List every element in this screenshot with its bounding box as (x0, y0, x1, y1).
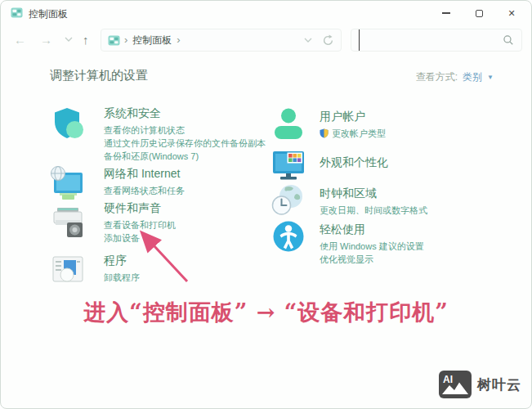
watermark-logo-icon: AI (439, 371, 472, 398)
category-clock-region: 时钟和区域 更改日期、时间或数字格式 (270, 186, 507, 218)
category-network-internet: 网络和 Internet 查看网络状态和任务 (50, 166, 292, 202)
category-title[interactable]: 外观和个性化 (320, 155, 507, 169)
printer-icon[interactable] (50, 204, 86, 240)
user-icon[interactable] (270, 106, 306, 142)
category-user-accounts: 用户帐户 更改帐户类型 (270, 109, 507, 142)
close-button[interactable]: ✕ (495, 1, 528, 25)
network-icon[interactable] (50, 166, 86, 202)
ease-of-access-icon[interactable] (270, 218, 306, 254)
category-link[interactable]: 卸载程序 (104, 271, 292, 284)
view-by-caret-icon[interactable]: ▼ (487, 74, 494, 81)
close-icon: ✕ (507, 8, 515, 19)
view-by-control[interactable]: 查看方式: 类别 ▼ (416, 70, 494, 84)
control-panel-window: 控制面板 ✕ ← → ↑ › 控制面板 › (0, 0, 532, 409)
address-dropdown-icon[interactable] (304, 38, 312, 43)
toolbar: ← → ↑ › 控制面板 › (1, 25, 531, 55)
breadcrumb-chevron-icon[interactable]: › (177, 34, 180, 46)
category-ease-of-access: 轻松使用 使用 Windows 建议的设置 优化视觉显示 (270, 222, 507, 266)
watermark: AI 树叶云 (439, 371, 521, 398)
category-title[interactable]: 硬件和声音 (104, 200, 292, 215)
search-icon (503, 34, 514, 46)
control-panel-icon (108, 34, 120, 47)
minimize-icon (442, 12, 450, 14)
programs-icon[interactable] (50, 251, 86, 287)
watermark-brand: 树叶云 (477, 375, 521, 394)
category-appearance-personalization: 外观和个性化 (270, 146, 507, 182)
search-box[interactable] (351, 29, 522, 52)
forward-button[interactable]: → (40, 33, 52, 47)
category-link-label: 更改帐户类型 (332, 127, 386, 140)
category-link[interactable]: 查看网络状态和任务 (104, 184, 292, 197)
category-link[interactable]: 优化视觉显示 (320, 253, 507, 266)
back-button[interactable]: ← (14, 33, 26, 47)
window-title: 控制面板 (29, 7, 68, 21)
up-button[interactable]: ↑ (83, 33, 89, 47)
category-link-devices-printers[interactable]: 查看设备和打印机 (104, 218, 292, 231)
category-title[interactable]: 网络和 Internet (104, 166, 292, 181)
search-input[interactable] (359, 29, 503, 51)
breadcrumb-chevron-icon: › (124, 34, 127, 46)
control-panel-icon (11, 7, 23, 19)
uac-shield-icon (320, 128, 329, 138)
category-system-security: 系统和安全 查看你的计算机状态 通过文件历史记录保存你的文件备份副本 备份和还原… (50, 106, 292, 163)
category-link[interactable]: 备份和还原(Windows 7) (104, 150, 292, 163)
category-link[interactable]: 添加设备 (104, 231, 292, 245)
category-programs: 程序 卸载程序 (50, 253, 292, 287)
category-hardware-sound: 硬件和声音 查看设备和打印机 添加设备 (50, 200, 292, 245)
category-title[interactable]: 轻松使用 (320, 222, 507, 236)
shield-icon[interactable] (50, 106, 86, 142)
refresh-icon[interactable] (322, 34, 334, 47)
titlebar: 控制面板 ✕ (1, 1, 531, 25)
category-link[interactable]: 使用 Windows 建议的设置 (320, 240, 507, 253)
watermark-logo-text: AI (443, 374, 453, 385)
category-title[interactable]: 用户帐户 (320, 109, 507, 124)
breadcrumb-item[interactable]: 控制面板 (132, 34, 172, 47)
view-by-label: 查看方式: (416, 70, 458, 84)
clock-icon[interactable] (270, 182, 306, 218)
view-by-value[interactable]: 类别 (463, 70, 482, 84)
page-title: 调整计算机的设置 (50, 68, 148, 83)
category-title[interactable]: 时钟和区域 (320, 186, 507, 200)
minimize-button[interactable] (430, 1, 463, 25)
annotation-text: 进入“控制面板” → “设备和打印机” (1, 298, 531, 327)
history-chevron-icon[interactable] (65, 37, 73, 43)
category-link[interactable]: 更改日期、时间或数字格式 (320, 204, 507, 217)
category-link[interactable]: 通过文件历史记录保存你的文件备份副本 (104, 137, 292, 150)
maximize-icon (476, 10, 483, 17)
category-link[interactable]: 查看你的计算机状态 (104, 124, 292, 137)
address-bar[interactable]: › 控制面板 › (101, 29, 342, 52)
category-title[interactable]: 程序 (104, 253, 292, 267)
personalization-icon[interactable] (270, 146, 306, 182)
category-link-change-account-type[interactable]: 更改帐户类型 (320, 127, 507, 140)
category-title[interactable]: 系统和安全 (104, 106, 292, 120)
maximize-button[interactable] (463, 1, 495, 25)
